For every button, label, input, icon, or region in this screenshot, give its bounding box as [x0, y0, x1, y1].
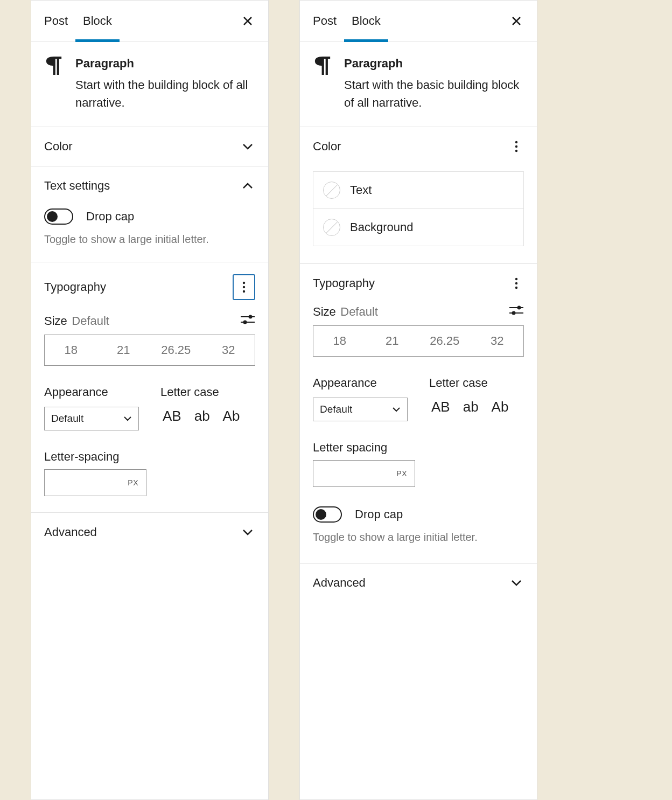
- svg-point-10: [515, 278, 517, 280]
- svg-point-1: [243, 286, 245, 288]
- letter-spacing-unit: PX: [128, 478, 138, 487]
- dropcap-toggle[interactable]: [313, 506, 342, 523]
- svg-point-7: [515, 141, 517, 143]
- color-swatch-none-icon: [323, 219, 340, 236]
- advanced-section-header[interactable]: Advanced: [300, 563, 537, 602]
- lettercase-buttons: AB ab Ab: [429, 398, 524, 416]
- letter-spacing-label: Letter spacing: [313, 441, 524, 455]
- case-upper[interactable]: AB: [160, 407, 184, 426]
- block-header: Paragraph Start with the building block …: [31, 41, 268, 127]
- lettercase-col: Letter case AB ab Ab: [429, 376, 524, 421]
- appearance-select[interactable]: Default: [313, 398, 408, 421]
- close-icon[interactable]: [509, 13, 524, 29]
- typography-more-button[interactable]: [233, 274, 255, 300]
- case-lower[interactable]: ab: [461, 398, 481, 416]
- text-settings-header[interactable]: Text settings: [31, 166, 268, 205]
- more-icon[interactable]: [509, 139, 524, 154]
- toggle-knob: [47, 211, 58, 222]
- case-lower[interactable]: ab: [192, 407, 212, 426]
- size-buttons: 18 21 26.25 32: [44, 335, 255, 366]
- size-btn-3[interactable]: 32: [471, 326, 524, 356]
- svg-point-11: [515, 282, 517, 284]
- tab-block[interactable]: Block: [344, 1, 388, 41]
- size-row: Size Default: [44, 307, 255, 335]
- tab-post[interactable]: Post: [313, 1, 344, 41]
- color-list: Text Background: [313, 171, 524, 246]
- size-btn-2[interactable]: 26.25: [418, 326, 471, 356]
- color-swatch-none-icon: [323, 182, 340, 199]
- color-item-label: Text: [350, 183, 372, 197]
- sliders-icon[interactable]: [240, 312, 255, 327]
- svg-point-9: [515, 150, 517, 152]
- lettercase-label: Letter case: [429, 376, 524, 390]
- svg-point-14: [517, 306, 521, 310]
- letter-spacing-input[interactable]: PX: [313, 460, 415, 487]
- typography-title: Typography: [44, 280, 106, 294]
- advanced-title: Advanced: [44, 525, 97, 539]
- sidebar-tabs: Post Block: [300, 1, 537, 41]
- size-btn-0[interactable]: 18: [45, 335, 97, 365]
- advanced-section-header[interactable]: Advanced: [31, 512, 268, 552]
- dropcap-toggle[interactable]: [44, 208, 73, 225]
- dropcap-row: Drop cap: [31, 208, 268, 225]
- size-btn-3[interactable]: 32: [202, 335, 255, 365]
- dropcap-label: Drop cap: [86, 210, 134, 224]
- block-description: Start with the building block of all nar…: [75, 76, 255, 112]
- sidebar-panel-right: Post Block Paragraph Start with the basi…: [299, 0, 537, 800]
- size-row: Size Default: [313, 297, 524, 325]
- dropcap-label: Drop cap: [355, 507, 403, 521]
- case-upper[interactable]: AB: [429, 398, 452, 416]
- typography-header: Typography: [300, 264, 537, 297]
- dropcap-help: Toggle to show a large initial letter.: [31, 225, 268, 262]
- appearance-col: Appearance Default: [313, 376, 408, 421]
- appearance-lettercase-row: Appearance Default Letter case AB ab Ab: [313, 376, 524, 421]
- appearance-label: Appearance: [313, 376, 408, 390]
- sidebar-panel-left: Post Block Paragraph Start with the buil…: [31, 0, 269, 800]
- size-btn-1[interactable]: 21: [97, 335, 150, 365]
- appearance-label: Appearance: [44, 385, 139, 399]
- letter-spacing-field[interactable]: [52, 477, 123, 489]
- svg-point-16: [512, 311, 516, 315]
- color-section-title: Color: [44, 140, 73, 154]
- typography-title: Typography: [313, 276, 375, 290]
- tab-post[interactable]: Post: [44, 1, 75, 41]
- close-icon[interactable]: [240, 13, 255, 29]
- letter-spacing-field[interactable]: [321, 468, 392, 479]
- more-icon[interactable]: [509, 276, 524, 291]
- typography-body: Size Default 18 21 26.25 32: [31, 307, 268, 512]
- tab-block[interactable]: Block: [75, 1, 120, 41]
- size-label: Size: [313, 305, 336, 318]
- size-btn-0[interactable]: 18: [313, 326, 366, 356]
- appearance-value: Default: [51, 413, 83, 425]
- case-title[interactable]: Ab: [489, 398, 511, 416]
- color-section-header[interactable]: Color: [31, 127, 268, 166]
- appearance-value: Default: [320, 404, 352, 415]
- chevron-down-icon: [509, 575, 524, 590]
- svg-point-12: [515, 287, 517, 289]
- size-buttons: 18 21 26.25 32: [313, 325, 524, 357]
- block-header-text: Paragraph Start with the building block …: [75, 57, 255, 112]
- letter-spacing-unit: PX: [396, 469, 407, 478]
- size-btn-2[interactable]: 26.25: [150, 335, 202, 365]
- size-label: Size: [44, 314, 67, 328]
- color-item-text[interactable]: Text: [313, 172, 523, 208]
- size-btn-1[interactable]: 21: [366, 326, 419, 356]
- appearance-select[interactable]: Default: [44, 407, 139, 430]
- typography-section: Typography Size Default: [300, 263, 537, 563]
- letter-spacing-input[interactable]: PX: [44, 469, 146, 496]
- paragraph-icon: [313, 57, 332, 76]
- toggle-knob: [316, 509, 326, 520]
- chevron-down-icon: [240, 139, 255, 154]
- color-item-background[interactable]: Background: [313, 208, 523, 246]
- letter-spacing-label: Letter-spacing: [44, 450, 255, 464]
- block-title: Paragraph: [344, 57, 524, 71]
- case-title[interactable]: Ab: [221, 407, 242, 426]
- typography-section: Typography Size Default: [31, 262, 268, 512]
- sliders-icon[interactable]: [509, 303, 524, 318]
- svg-point-2: [243, 290, 245, 293]
- lettercase-col: Letter case AB ab Ab: [160, 385, 255, 430]
- block-header: Paragraph Start with the basic building …: [300, 41, 537, 127]
- svg-point-8: [515, 145, 517, 148]
- dropcap-help: Toggle to show a large initial letter.: [313, 523, 524, 547]
- dropcap-row: Drop cap: [313, 506, 524, 523]
